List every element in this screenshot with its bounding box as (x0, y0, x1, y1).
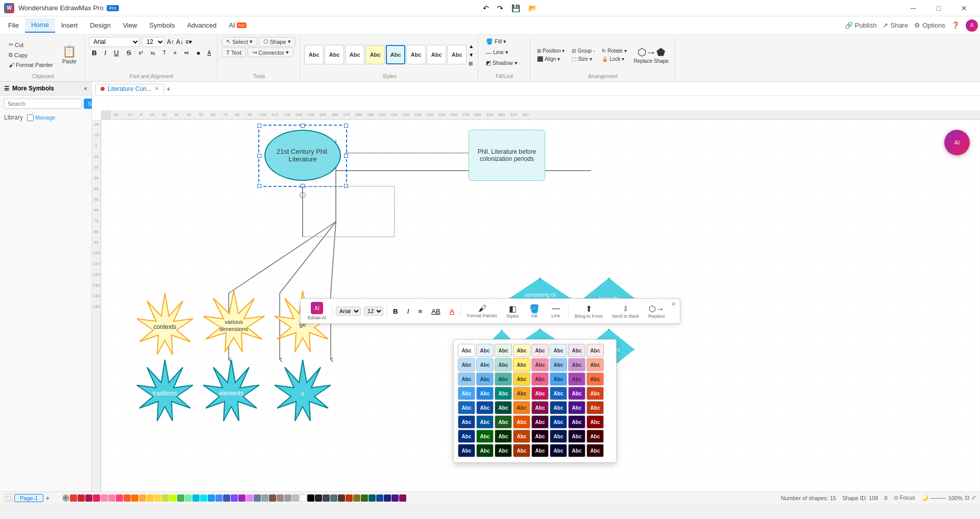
add-tab-button[interactable]: + (166, 85, 170, 93)
color-light-yellow[interactable] (154, 494, 161, 502)
style-btn-4-2[interactable]: Abc (476, 387, 494, 400)
zoom-out-button[interactable]: 🌙 (921, 494, 928, 501)
contexts-node[interactable]: contexts (132, 293, 198, 361)
style-btn-1-5[interactable]: Abc (531, 344, 549, 357)
color-blue[interactable] (208, 494, 215, 502)
style-btn-8-6[interactable]: Abc (550, 444, 567, 457)
color-light-green[interactable] (185, 494, 192, 502)
manage-checkbox[interactable]: Manage (27, 114, 56, 121)
s-node[interactable]: s (270, 360, 336, 428)
ft-bring-to-front-button[interactable]: ⬆ Bring to Front (572, 302, 606, 320)
style-btn-6-1[interactable]: Abc (458, 415, 475, 429)
menu-symbols[interactable]: Symbols (143, 18, 181, 33)
search-input[interactable] (4, 99, 82, 109)
style-btn-5-3[interactable]: Abc (495, 401, 512, 414)
style-btn-2-1[interactable]: Abc (458, 358, 475, 371)
color-light-pink[interactable] (101, 494, 108, 502)
color-green[interactable] (177, 494, 184, 502)
maximize-button[interactable]: □ (927, 0, 950, 16)
style-btn-5-5[interactable]: Abc (531, 401, 549, 414)
copy-button[interactable]: ⧉Copy (5, 50, 57, 60)
style-btn-8-7[interactable]: Abc (568, 444, 585, 457)
manage-check[interactable] (27, 114, 34, 121)
style-btn-2-7[interactable]: Abc (568, 358, 585, 371)
style-btn-4-6[interactable]: Abc (550, 387, 567, 400)
fullscreen-button[interactable]: ⤢ (971, 494, 976, 501)
color-light-purple[interactable] (246, 494, 253, 502)
decrease-font-button[interactable]: A↓ (176, 38, 183, 45)
style-btn-6-5[interactable]: Abc (531, 415, 549, 429)
style-btn-3-7[interactable]: Abc (568, 372, 585, 386)
color-dark-brown[interactable] (338, 494, 345, 502)
style-abc-6[interactable]: Abc (406, 45, 426, 64)
style-abc-1[interactable]: Abc (304, 45, 324, 64)
right-rect[interactable]: Phil. Literature before colonization per… (469, 130, 545, 181)
ft-format-painter-button[interactable]: 🖌 Format Painter (464, 302, 501, 320)
style-btn-3-4[interactable]: Abc (513, 372, 530, 386)
style-btn-8-4[interactable]: Abc (513, 444, 530, 457)
color-bright-cyan[interactable] (200, 494, 207, 502)
ft-send-to-back-button[interactable]: ⬇ Send to Back (608, 302, 642, 320)
style-btn-3-2[interactable]: Abc (476, 372, 494, 386)
help-button[interactable]: ❓ (951, 21, 960, 29)
style-btn-2-8[interactable]: Abc (586, 358, 604, 371)
group-button[interactable]: ⊟ Group - (569, 47, 597, 55)
menu-ai[interactable]: AI hot (223, 18, 252, 33)
connector-button[interactable]: ↝ Connector ▾ (248, 48, 293, 57)
paste-button[interactable]: 📋Paste (58, 37, 81, 73)
menu-insert[interactable]: Insert (55, 18, 84, 33)
canvas[interactable]: -20-100 102030 405060 708090 100110120 1… (92, 96, 980, 491)
publish-button[interactable]: 🔗 Publish (845, 21, 877, 29)
ft-italic-button[interactable]: I (404, 306, 412, 317)
style-abc-8[interactable]: Abc (447, 45, 467, 64)
share-button[interactable]: ↗ Share (883, 21, 908, 29)
open-button[interactable]: 📂 (525, 3, 540, 13)
style-btn-4-8[interactable]: Abc (586, 387, 604, 400)
color-amber[interactable] (139, 494, 146, 502)
style-btn-8-3[interactable]: Abc (495, 444, 512, 457)
save-button[interactable]: 💾 (508, 3, 523, 13)
color-dark-red[interactable] (78, 494, 85, 502)
list-button[interactable]: ≡ (170, 49, 180, 57)
style-btn-5-4[interactable]: Abc (513, 401, 530, 414)
style-btn-1-6[interactable]: Abc (550, 344, 567, 357)
styles-scroll-up[interactable]: ▲ (468, 42, 475, 50)
bullet-button[interactable]: •≡ (181, 49, 192, 57)
style-btn-4-3[interactable]: Abc (495, 387, 512, 400)
page-tab-active[interactable]: Page-1 (14, 494, 43, 502)
color-lime[interactable] (162, 494, 169, 502)
menu-home[interactable]: Home (25, 18, 55, 33)
style-btn-4-7[interactable]: Abc (568, 387, 585, 400)
increase-font-button[interactable]: A↑ (167, 38, 174, 45)
bold-button[interactable]: B (89, 48, 100, 58)
color-orange[interactable] (131, 494, 138, 502)
style-abc-2[interactable]: Abc (325, 45, 344, 64)
style-btn-7-3[interactable]: Abc (495, 430, 512, 443)
replace-shape-button[interactable]: ⬡→⬟ Replace Shape (631, 37, 671, 73)
style-btn-4-5[interactable]: Abc (531, 387, 549, 400)
color-purple[interactable] (238, 494, 246, 502)
style-btn-2-2[interactable]: Abc (476, 358, 494, 371)
color-light-blue[interactable] (215, 494, 223, 502)
menu-view[interactable]: View (117, 18, 143, 33)
lock-button[interactable]: 🔒 Lock ▾ (599, 55, 629, 63)
color-dark-yellow[interactable] (353, 494, 360, 502)
style-btn-8-2[interactable]: Abc (476, 444, 494, 457)
elements-node[interactable]: elements (198, 360, 264, 428)
style-btn-2-6[interactable]: Abc (550, 358, 567, 371)
style-btn-5-2[interactable]: Abc (476, 401, 494, 414)
color-dark-pink[interactable] (399, 494, 406, 502)
style-btn-5-8[interactable]: Abc (586, 401, 604, 414)
color-deep-indigo[interactable] (384, 494, 391, 502)
strikethrough-button[interactable]: S (124, 48, 134, 58)
style-btn-1-4[interactable]: Abc (513, 344, 530, 357)
color-pink2[interactable] (93, 494, 100, 502)
color-dark-grey[interactable] (323, 494, 330, 502)
underline-button[interactable]: U (111, 48, 122, 58)
shape-button[interactable]: ⬡ Shape ▾ (259, 37, 296, 46)
style-btn-7-7[interactable]: Abc (568, 430, 585, 443)
color-cyan[interactable] (192, 494, 200, 502)
color-indigo[interactable] (223, 494, 230, 502)
color-pink[interactable] (85, 494, 92, 502)
style-btn-6-3[interactable]: Abc (495, 415, 512, 429)
